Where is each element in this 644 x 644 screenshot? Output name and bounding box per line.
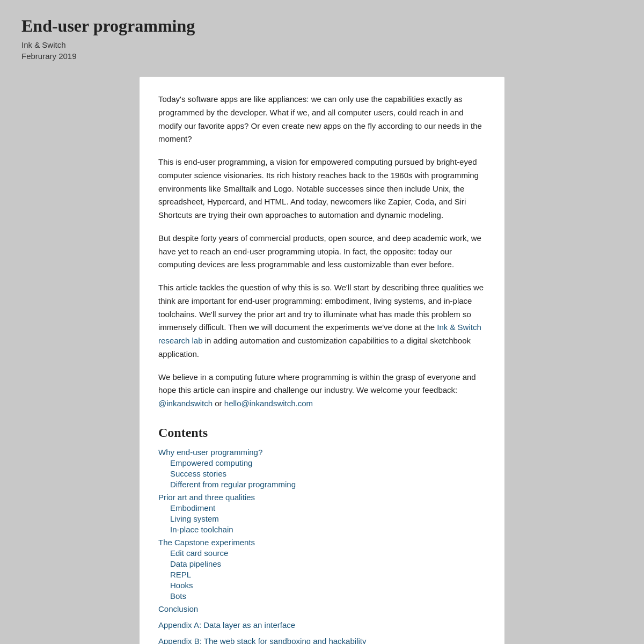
list-item: Appendix A: Data layer as an interface bbox=[158, 620, 486, 630]
contents-link-prior-art[interactable]: Prior art and three qualities bbox=[158, 493, 255, 502]
list-item: Bots bbox=[170, 591, 486, 601]
contents-link-living-system[interactable]: Living system bbox=[170, 514, 219, 523]
contents-list: Why end-user programming? Empowered comp… bbox=[158, 448, 486, 644]
main-content: Today's software apps are like appliance… bbox=[140, 77, 504, 644]
list-item: Success stories bbox=[170, 469, 486, 479]
contents-link-data-pipelines[interactable]: Data pipelines bbox=[170, 559, 221, 568]
list-item: In-place toolchain bbox=[170, 525, 486, 535]
contents-link-bots[interactable]: Bots bbox=[170, 591, 186, 601]
contents-link-repl[interactable]: REPL bbox=[170, 570, 191, 579]
contents-section: Contents Why end-user programming? Empow… bbox=[158, 426, 486, 644]
intro-paragraph-4: This article tackles the question of why… bbox=[158, 281, 486, 361]
contents-link-conclusion[interactable]: Conclusion bbox=[158, 604, 198, 613]
intro-p5-between: or bbox=[213, 399, 224, 408]
list-item: Why end-user programming? bbox=[158, 448, 486, 457]
contents-link-edit-card[interactable]: Edit card source bbox=[170, 548, 228, 558]
contents-link-capstone[interactable]: The Capstone experiments bbox=[158, 538, 255, 547]
intro-paragraph-3: But despite forty years of commercial pr… bbox=[158, 232, 486, 272]
list-item: Appendix B: The web stack for sandboxing… bbox=[158, 636, 486, 644]
contents-link-embodiment[interactable]: Embodiment bbox=[170, 503, 215, 513]
contents-title: Contents bbox=[158, 426, 486, 440]
intro-paragraph-1: Today's software apps are like appliance… bbox=[158, 93, 486, 146]
list-item: Prior art and three qualities bbox=[158, 493, 486, 502]
contents-link-appendix-b[interactable]: Appendix B: The web stack for sandboxing… bbox=[158, 636, 366, 644]
list-item: Conclusion bbox=[158, 604, 486, 614]
list-item: Embodiment bbox=[170, 503, 486, 513]
contents-link-appendix-a[interactable]: Appendix A: Data layer as an interface bbox=[158, 620, 295, 630]
contents-link-empowered[interactable]: Empowered computing bbox=[170, 458, 252, 467]
list-item: Edit card source bbox=[170, 548, 486, 558]
intro-p4-after-link: in adding automation and customization c… bbox=[158, 336, 471, 358]
page-title: End-user programming bbox=[21, 16, 623, 36]
twitter-link[interactable]: @inkandswitch bbox=[158, 399, 213, 408]
list-item: Hooks bbox=[170, 581, 486, 590]
contents-link-different[interactable]: Different from regular programming bbox=[170, 480, 296, 489]
intro-p4-before-link: This article tackles the question of why… bbox=[158, 283, 484, 332]
intro-p5-text: We believe in a computing future where p… bbox=[158, 372, 476, 395]
contents-link-why[interactable]: Why end-user programming? bbox=[158, 448, 262, 457]
list-item: Data pipelines bbox=[170, 559, 486, 569]
contents-link-in-place-toolchain[interactable]: In-place toolchain bbox=[170, 525, 233, 534]
page-author: Ink & Switch bbox=[21, 40, 623, 49]
contents-link-success[interactable]: Success stories bbox=[170, 469, 226, 478]
intro-paragraph-5: We believe in a computing future where p… bbox=[158, 371, 486, 411]
list-item: Empowered computing bbox=[170, 458, 486, 468]
list-item: REPL bbox=[170, 570, 486, 580]
intro-paragraph-2: This is end-user programming, a vision f… bbox=[158, 156, 486, 222]
page-date: Februrary 2019 bbox=[21, 52, 623, 61]
email-link[interactable]: hello@inkandswitch.com bbox=[224, 399, 313, 408]
list-item: Living system bbox=[170, 514, 486, 524]
contents-link-hooks[interactable]: Hooks bbox=[170, 581, 193, 590]
page-header: End-user programming Ink & Switch Februr… bbox=[0, 0, 644, 71]
list-item: The Capstone experiments bbox=[158, 538, 486, 547]
list-item: Different from regular programming bbox=[170, 480, 486, 489]
